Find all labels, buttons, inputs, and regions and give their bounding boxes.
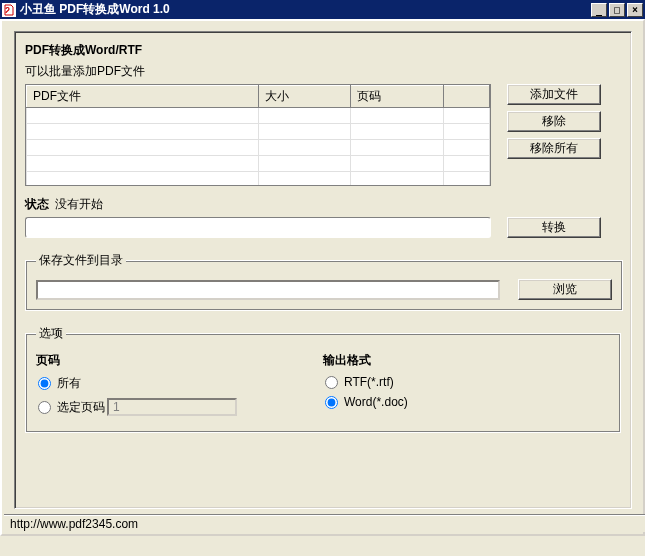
remove-all-button[interactable]: 移除所有 [507,138,601,159]
pages-selected-value [107,398,237,416]
table-col-pages[interactable]: 页码 [351,86,444,108]
statusbar: http://www.pdf2345.com [4,514,645,532]
progress-bar [25,217,491,238]
table-col-size[interactable]: 大小 [258,86,351,108]
statusbar-url: http://www.pdf2345.com [10,517,138,531]
format-word-radio[interactable]: Word(*.doc) [323,395,610,409]
remove-button[interactable]: 移除 [507,111,601,132]
client-area: PDF转换成Word/RTF 可以批量添加PDF文件 PDF文件 大小 页码 [0,19,645,536]
window-buttons: _ □ × [591,3,643,17]
maximize-button[interactable]: □ [609,3,625,17]
format-word-label: Word(*.doc) [344,395,408,409]
pages-column: 页码 所有 选定页码 [36,352,323,422]
pages-all-label: 所有 [57,375,81,392]
titlebar: 小丑鱼 PDF转换成Word 1.0 _ □ × [0,0,645,19]
table-col-extra[interactable] [443,86,489,108]
status-label: 状态 [25,196,49,213]
minimize-button[interactable]: _ [591,3,607,17]
section-title: PDF转换成Word/RTF [25,42,621,59]
main-panel: PDF转换成Word/RTF 可以批量添加PDF文件 PDF文件 大小 页码 [14,31,632,509]
table-row[interactable] [27,156,490,172]
format-rtf-radio[interactable]: RTF(*.rtf) [323,375,610,389]
pages-all-radio[interactable]: 所有 [36,375,323,392]
format-rtf-input[interactable] [325,376,338,389]
pages-title: 页码 [36,352,323,369]
table-row[interactable] [27,108,490,124]
table-row[interactable] [27,140,490,156]
app-icon [2,3,16,17]
format-rtf-label: RTF(*.rtf) [344,375,394,389]
add-file-button[interactable]: 添加文件 [507,84,601,105]
pages-selected-label: 选定页码 [57,399,105,416]
pages-selected-input[interactable] [38,401,51,414]
file-table[interactable]: PDF文件 大小 页码 [25,84,491,186]
status-value: 没有开始 [55,196,621,213]
options-group: 选项 页码 所有 选定页码 输出格式 [25,325,621,433]
table-row[interactable] [27,124,490,140]
pages-selected-radio[interactable]: 选定页码 [36,398,323,416]
save-group-legend: 保存文件到目录 [36,252,126,269]
save-path-input[interactable] [36,280,500,300]
pages-all-input[interactable] [38,377,51,390]
table-row[interactable] [27,172,490,187]
options-group-legend: 选项 [36,325,66,342]
save-group: 保存文件到目录 浏览 [25,252,623,311]
section-subtitle: 可以批量添加PDF文件 [25,63,621,80]
format-title: 输出格式 [323,352,610,369]
close-button[interactable]: × [627,3,643,17]
format-word-input[interactable] [325,396,338,409]
convert-button[interactable]: 转换 [507,217,601,238]
browse-button[interactable]: 浏览 [518,279,612,300]
window-title: 小丑鱼 PDF转换成Word 1.0 [20,1,591,18]
table-col-file[interactable]: PDF文件 [27,86,259,108]
format-column: 输出格式 RTF(*.rtf) Word(*.doc) [323,352,610,422]
